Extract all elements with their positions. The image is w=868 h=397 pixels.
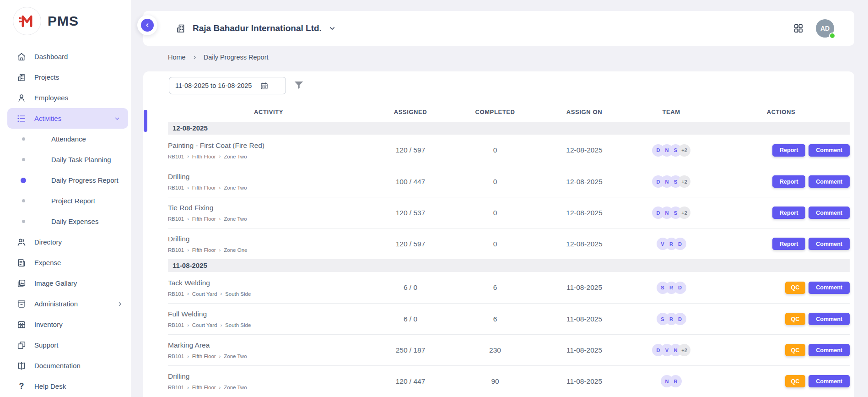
team-avatar[interactable]: D xyxy=(674,282,686,294)
assign-on-value: 11-08-2025 xyxy=(539,283,630,292)
breadcrumb-home-link[interactable]: Home xyxy=(168,54,186,61)
column-header-completed: COMPLETED xyxy=(452,109,539,115)
activity-cell: Painting - First Coat (Fire Red) RB101›F… xyxy=(168,141,369,159)
layers-icon xyxy=(16,340,27,350)
qc-button[interactable]: QC xyxy=(785,375,806,387)
sidebar-item-label: Expense xyxy=(34,259,61,266)
chevron-right-icon: › xyxy=(187,354,189,359)
assign-on-value: 12-08-2025 xyxy=(539,146,630,154)
activity-title: Full Welding xyxy=(168,310,369,318)
chevron-right-icon: › xyxy=(219,385,221,390)
comment-button[interactable]: Comment xyxy=(809,375,850,387)
comment-button[interactable]: Comment xyxy=(809,313,850,325)
path-segment: RB101 xyxy=(168,291,184,297)
sidebar-subitem-daily-task-planning[interactable]: Daily Task Planning xyxy=(0,149,131,170)
completed-value: 90 xyxy=(452,377,539,386)
chevron-right-icon: › xyxy=(219,154,221,159)
activity-path: RB101›Fifth Floor›Zone One xyxy=(168,247,369,253)
company-selector[interactable]: Raja Bahadur International Ltd. xyxy=(175,23,336,34)
sidebar-item-documentation[interactable]: Documentation xyxy=(0,355,131,376)
sidebar-item-support[interactable]: Support xyxy=(0,335,131,355)
chevron-right-icon: › xyxy=(187,323,189,328)
column-header-actions: ACTIONS xyxy=(712,109,850,115)
chevron-down-icon xyxy=(113,115,121,122)
sidebar-subitem-label: Project Report xyxy=(51,197,95,205)
assigned-value: 120 / 597 xyxy=(369,146,452,154)
sidebar-item-dashboard[interactable]: Dashboard xyxy=(0,46,131,67)
sidebar-item-inventory[interactable]: Inventory xyxy=(0,314,131,335)
comment-button[interactable]: Comment xyxy=(809,144,850,157)
team-avatar-more[interactable]: +2 xyxy=(678,207,690,219)
brand-logo[interactable]: PMS xyxy=(0,0,131,35)
path-segment: South Side xyxy=(225,291,251,297)
store-icon xyxy=(16,320,27,330)
path-segment: Zone Two xyxy=(224,185,247,190)
user-avatar[interactable]: AD xyxy=(816,19,834,38)
team-avatar-more[interactable]: +2 xyxy=(678,344,690,356)
activity-cell: Marking Area RB101›Fifth Floor›Zone Two xyxy=(168,341,369,359)
sidebar-item-employees[interactable]: Employees xyxy=(0,87,131,108)
date-range-input[interactable] xyxy=(169,82,260,89)
chevron-right-icon: › xyxy=(220,291,222,296)
sidebar-item-directory[interactable]: Directory xyxy=(0,232,131,252)
sidebar-item-help-desk[interactable]: ?Help Desk xyxy=(0,376,131,397)
team-avatar[interactable]: D xyxy=(674,313,686,325)
path-segment: South Side xyxy=(225,322,251,328)
activity-title: Tack Welding xyxy=(168,279,369,287)
report-button[interactable]: Report xyxy=(772,144,805,157)
chevron-right-icon xyxy=(192,54,198,60)
comment-button[interactable]: Comment xyxy=(809,207,850,219)
sidebar-item-label: Projects xyxy=(34,73,59,81)
qc-button[interactable]: QC xyxy=(785,313,806,325)
report-button[interactable]: Report xyxy=(772,238,805,250)
sidebar-item-activities[interactable]: Activities xyxy=(7,108,128,129)
sidebar-item-projects[interactable]: Projects xyxy=(0,67,131,87)
team-avatar[interactable]: D xyxy=(674,238,686,250)
comment-button[interactable]: Comment xyxy=(809,282,850,294)
column-header-activity: ACTIVITY xyxy=(168,109,369,115)
comment-button[interactable]: Comment xyxy=(809,175,850,188)
building-icon xyxy=(16,72,27,82)
filter-funnel-icon[interactable] xyxy=(293,79,305,91)
chevron-right-icon: › xyxy=(187,154,189,159)
apps-grid-icon[interactable] xyxy=(793,23,804,34)
comment-button[interactable]: Comment xyxy=(809,344,850,356)
activity-cell: Full Welding RB101›Court Yard›South Side xyxy=(168,310,369,328)
sidebar-subitem-daily-progress-report[interactable]: Daily Progress Report xyxy=(0,170,131,190)
assigned-value: 120 / 447 xyxy=(369,377,452,386)
row-actions: ReportComment xyxy=(712,144,850,157)
comment-button[interactable]: Comment xyxy=(809,238,850,250)
building-icon xyxy=(175,23,186,34)
path-segment: Fifth Floor xyxy=(192,385,216,390)
path-segment: Zone Two xyxy=(224,154,247,159)
sidebar-item-administration[interactable]: Administration xyxy=(0,294,131,314)
report-button[interactable]: Report xyxy=(772,175,805,188)
table-row: Full Welding RB101›Court Yard›South Side… xyxy=(168,303,850,334)
sidebar-item-image-gallary[interactable]: Image Gallary xyxy=(0,273,131,294)
team-avatar[interactable]: R xyxy=(669,375,682,387)
qc-button[interactable]: QC xyxy=(785,282,806,294)
assigned-value: 6 / 0 xyxy=(369,283,452,292)
team-avatar-more[interactable]: +2 xyxy=(678,175,690,188)
sidebar-subitem-daily-expenses[interactable]: Daily Expenses xyxy=(0,211,131,232)
gallery-icon xyxy=(16,278,27,288)
sidebar-subitem-attendance[interactable]: Attendance xyxy=(0,129,131,149)
sidebar-subitem-project-report[interactable]: Project Report xyxy=(0,190,131,211)
assign-on-value: 11-08-2025 xyxy=(539,346,630,354)
team-avatar-more[interactable]: +2 xyxy=(678,144,690,157)
team-avatars: DNS+2 xyxy=(630,207,712,219)
table-row: Drilling RB101›Fifth Floor›Zone One 120 … xyxy=(168,228,850,259)
sidebar-collapse-button[interactable] xyxy=(137,15,157,35)
sidebar-item-label: Activities xyxy=(34,114,61,122)
chevron-right-icon: › xyxy=(219,185,221,190)
activity-path: RB101›Fifth Floor›Zone Two xyxy=(168,185,369,190)
activity-cell: Tack Welding RB101›Court Yard›South Side xyxy=(168,279,369,297)
chevron-right-icon: › xyxy=(219,248,221,253)
path-segment: Zone Two xyxy=(224,216,247,222)
completed-value: 0 xyxy=(452,146,539,154)
sidebar-item-expense[interactable]: Expense xyxy=(0,252,131,273)
qc-button[interactable]: QC xyxy=(785,344,806,356)
column-header-team: TEAM xyxy=(630,109,712,115)
report-button[interactable]: Report xyxy=(772,207,805,219)
date-range-picker[interactable] xyxy=(169,77,286,94)
